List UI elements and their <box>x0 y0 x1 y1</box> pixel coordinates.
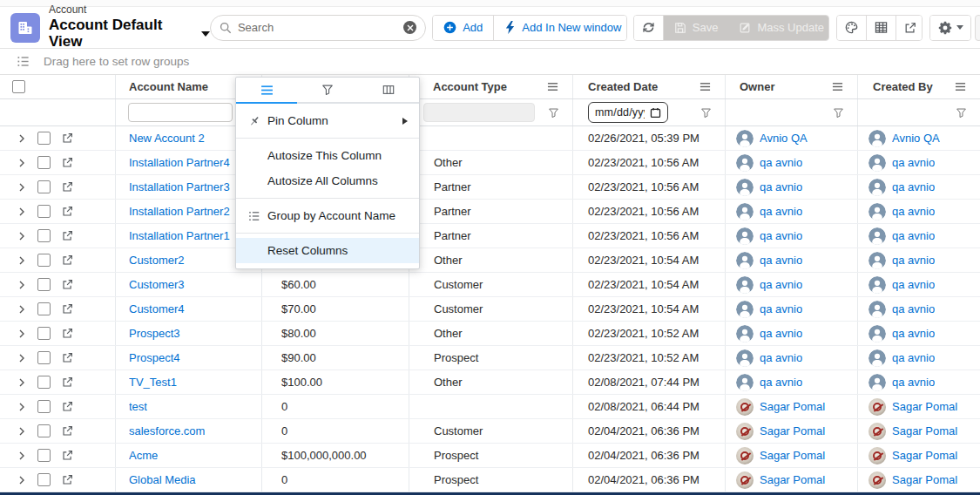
created-by-link[interactable]: qa avnio <box>892 254 935 267</box>
created-by-link[interactable]: qa avnio <box>892 327 935 340</box>
open-new-window-button[interactable] <box>896 16 923 40</box>
owner-link[interactable]: qa avnio <box>760 351 802 364</box>
row-expand-chevron[interactable] <box>17 134 26 143</box>
search-input[interactable] <box>238 21 403 34</box>
row-expand-chevron[interactable] <box>17 207 26 216</box>
table-view-button[interactable] <box>866 16 896 40</box>
row-expand-chevron[interactable] <box>17 354 26 363</box>
funnel-icon[interactable] <box>956 107 967 119</box>
row-popout-icon[interactable] <box>62 254 73 266</box>
account-name-link[interactable]: Installation Partner1 <box>129 229 230 242</box>
created-by-link[interactable]: Sagar Pomal <box>892 400 957 413</box>
owner-link[interactable]: Avnio QA <box>760 132 808 145</box>
owner-link[interactable]: qa avnio <box>760 205 802 218</box>
account-name-link[interactable]: Global Media <box>129 473 196 486</box>
column-menu-icon[interactable] <box>700 81 711 92</box>
created-by-link[interactable]: Avnio QA <box>892 132 940 145</box>
row-popout-icon[interactable] <box>62 474 73 485</box>
tab-filter[interactable] <box>297 78 358 104</box>
row-popout-icon[interactable] <box>62 157 73 168</box>
row-expand-chevron[interactable] <box>17 378 26 387</box>
row-checkbox[interactable] <box>37 376 51 389</box>
row-popout-icon[interactable] <box>62 279 73 290</box>
owner-link[interactable]: Sagar Pomal <box>760 449 825 462</box>
account-name-link[interactable]: Prospect3 <box>129 327 180 340</box>
row-checkbox[interactable] <box>37 400 51 413</box>
owner-link[interactable]: qa avnio <box>760 376 802 389</box>
owner-link[interactable]: qa avnio <box>760 180 802 193</box>
menu-item-autosize-this[interactable]: Autosize This Column <box>236 143 419 168</box>
row-checkbox[interactable] <box>37 473 51 486</box>
row-expand-chevron[interactable] <box>17 305 26 314</box>
funnel-icon[interactable] <box>833 107 844 119</box>
owner-link[interactable]: qa avnio <box>760 254 802 267</box>
menu-item-reset-columns[interactable]: Reset Columns <box>236 238 419 263</box>
row-popout-icon[interactable] <box>62 425 73 437</box>
account-name-link[interactable]: salesforce.com <box>129 424 205 437</box>
owner-link[interactable]: qa avnio <box>760 327 802 340</box>
owner-link[interactable]: qa avnio <box>760 278 802 291</box>
account-name-link[interactable]: TV_Test1 <box>129 376 177 389</box>
account-name-link[interactable]: Prospect4 <box>129 351 180 364</box>
row-popout-icon[interactable] <box>62 230 73 241</box>
owner-link[interactable]: qa avnio <box>760 229 802 242</box>
created-by-link[interactable]: Sagar Pomal <box>892 473 957 486</box>
account-name-link[interactable]: Customer3 <box>129 278 185 291</box>
row-expand-chevron[interactable] <box>17 451 26 460</box>
menu-item-autosize-all[interactable]: Autosize All Columns <box>236 168 419 193</box>
date-filter-input[interactable]: mm/dd/yyyy <box>588 102 668 123</box>
owner-link[interactable]: Sagar Pomal <box>760 424 825 437</box>
created-by-link[interactable]: qa avnio <box>892 302 935 315</box>
add-in-new-window-button[interactable]: Add In New window <box>493 16 627 40</box>
row-group-drop-zone[interactable]: Drag here to set row groups <box>0 49 980 75</box>
row-popout-icon[interactable] <box>62 132 73 144</box>
palette-button[interactable] <box>837 16 866 40</box>
account-name-link[interactable]: Acme <box>129 449 158 462</box>
owner-link[interactable]: Sagar Pomal <box>760 400 825 413</box>
created-by-link[interactable]: qa avnio <box>892 351 935 364</box>
header-owner[interactable]: Owner <box>726 75 858 98</box>
funnel-icon[interactable] <box>700 107 712 119</box>
column-menu-icon[interactable] <box>832 81 843 92</box>
created-by-link[interactable]: qa avnio <box>892 376 935 389</box>
row-expand-chevron[interactable] <box>17 329 26 338</box>
row-checkbox[interactable] <box>37 156 51 169</box>
row-checkbox[interactable] <box>37 351 51 364</box>
row-checkbox[interactable] <box>37 327 51 340</box>
row-checkbox[interactable] <box>37 254 51 267</box>
menu-item-pin-column[interactable]: Pin Column <box>236 108 419 133</box>
save-button[interactable]: Save <box>663 16 729 40</box>
row-popout-icon[interactable] <box>62 181 73 193</box>
account-name-link[interactable]: Installation Partner2 <box>129 205 230 218</box>
funnel-icon[interactable] <box>548 107 559 119</box>
account-name-filter-input[interactable] <box>128 103 233 122</box>
row-expand-chevron[interactable] <box>17 427 26 436</box>
row-popout-icon[interactable] <box>62 352 73 363</box>
row-expand-chevron[interactable] <box>17 403 26 411</box>
created-by-link[interactable]: qa avnio <box>892 205 935 218</box>
row-expand-chevron[interactable] <box>17 476 26 485</box>
row-expand-chevron[interactable] <box>17 281 26 289</box>
view-title[interactable]: Account Default View <box>49 17 210 51</box>
row-expand-chevron[interactable] <box>17 159 26 167</box>
account-name-link[interactable]: New Account 2 <box>129 132 205 145</box>
account-name-link[interactable]: Customer4 <box>129 302 185 315</box>
owner-link[interactable]: qa avnio <box>760 156 802 169</box>
row-popout-icon[interactable] <box>62 206 73 217</box>
row-checkbox[interactable] <box>37 424 51 437</box>
header-created-date[interactable]: Created Date <box>573 75 726 98</box>
created-by-link[interactable]: qa avnio <box>892 229 935 242</box>
row-checkbox[interactable] <box>37 180 51 193</box>
row-checkbox[interactable] <box>37 132 51 145</box>
header-created-by[interactable]: Created By <box>858 75 980 98</box>
row-checkbox[interactable] <box>37 229 51 242</box>
header-account-type[interactable]: Account Type <box>409 75 573 98</box>
account-name-link[interactable]: Customer2 <box>129 254 185 267</box>
column-menu-icon[interactable] <box>547 81 558 92</box>
row-checkbox[interactable] <box>37 302 51 315</box>
row-popout-icon[interactable] <box>62 401 73 412</box>
select-all-checkbox[interactable] <box>12 80 25 93</box>
row-popout-icon[interactable] <box>62 328 73 339</box>
row-expand-chevron[interactable] <box>17 183 26 192</box>
account-type-filter-input[interactable] <box>423 103 535 122</box>
